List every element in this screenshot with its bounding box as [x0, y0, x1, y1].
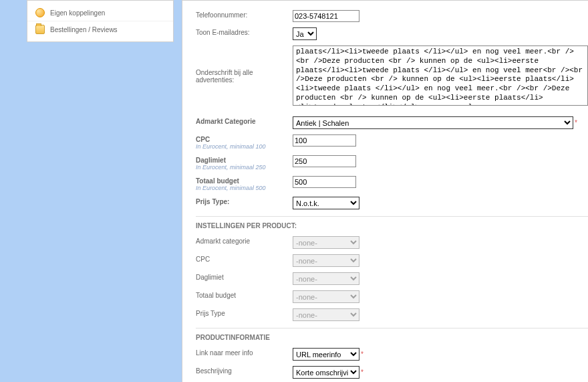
label-pi-link: Link naar meer info	[196, 348, 293, 357]
label-ipp-totaal: Totaal budget	[196, 290, 293, 299]
label-toon-email: Toon E-mailadres:	[196, 27, 293, 36]
cpc-input[interactable]	[293, 134, 356, 147]
label-ipp-categorie: Admarkt categorie	[196, 236, 293, 245]
sidebar-item-label: Eigen koppelingen	[50, 9, 105, 17]
ipp-categorie-select[interactable]: -none-	[293, 236, 359, 249]
label-ipp-cpc: CPC	[196, 254, 293, 263]
ipp-daglimiet-select[interactable]: -none-	[293, 272, 359, 285]
label-onderschrift: Onderschrift bij alle advertenties:	[196, 68, 293, 84]
form-panel: Telefoonnummer: Toon E-mailadres: Ja Ond…	[182, 0, 588, 382]
onderschrift-textarea[interactable]: plaats</li><li>tweede plaats </li></ul> …	[293, 45, 588, 106]
folder-icon	[35, 25, 45, 34]
label-telefoon: Telefoonnummer:	[196, 10, 293, 19]
ipp-cpc-select[interactable]: -none-	[293, 254, 359, 267]
section-title-instellingen: INSTELLINGEN PER PRODUCT:	[196, 219, 588, 233]
sidebar-item-bestellingen-reviews[interactable]: Bestellingen / Reviews	[27, 21, 173, 37]
label-pi-beschrijving: Beschrijving	[196, 366, 293, 375]
label-ipp-prijstype: Prijs Type	[196, 308, 293, 317]
label-cpc: CPCIn Eurocent, minimaal 100	[196, 134, 293, 150]
toon-email-select[interactable]: Ja	[293, 27, 317, 40]
globe-icon	[35, 8, 45, 17]
ipp-totaal-select[interactable]: -none-	[293, 290, 359, 303]
categorie-select[interactable]: Antiek | Schalen	[293, 116, 573, 129]
label-prijstype: Prijs Type:	[196, 197, 293, 205]
label-categorie: Admarkt Categorie	[196, 116, 293, 125]
pi-beschrijving-select[interactable]: Korte omschrijving	[293, 366, 359, 379]
required-mark: *	[575, 119, 577, 126]
sidebar: Eigen koppelingen Bestellingen / Reviews	[27, 0, 174, 42]
telefoon-input[interactable]	[293, 10, 359, 22]
ipp-prijstype-select[interactable]: -none-	[293, 308, 359, 321]
sidebar-item-label: Bestellingen / Reviews	[50, 26, 118, 33]
daglimiet-input[interactable]	[293, 155, 356, 167]
required-mark: *	[361, 369, 363, 376]
pi-link-select[interactable]: URL meerinfo	[293, 348, 359, 361]
required-mark: *	[361, 351, 363, 358]
section-title-productinformatie: PRODUCTINFORMATIE	[196, 331, 588, 345]
sidebar-item-eigen-koppelingen[interactable]: Eigen koppelingen	[27, 5, 173, 21]
label-ipp-daglimiet: Daglimiet	[196, 272, 293, 281]
totaal-input[interactable]	[293, 176, 356, 188]
prijstype-select[interactable]: N.o.t.k.	[293, 197, 359, 209]
label-daglimiet: DaglimietIn Eurocent, minimaal 250	[196, 155, 293, 171]
label-totaal: Totaal budgetIn Eurocent, minimaal 500	[196, 176, 293, 191]
